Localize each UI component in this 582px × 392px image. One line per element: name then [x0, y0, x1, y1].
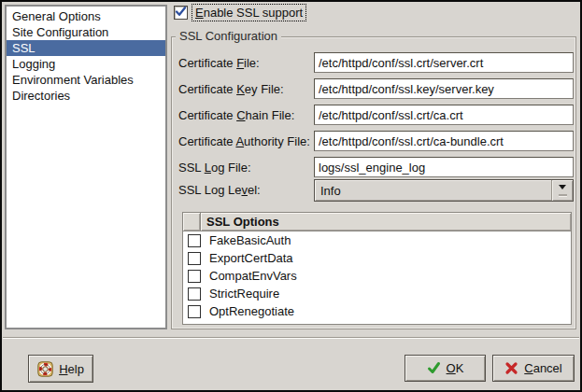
enable-ssl-row: Enable SSL support	[174, 4, 306, 21]
ssl-log-level-dropdown[interactable]: Info	[314, 179, 574, 202]
sidebar-item-general-options[interactable]: General Options	[7, 8, 165, 24]
ssl-log-level-value: Info	[315, 184, 551, 198]
ssl-configuration-frame: SSL Configuration Certificate File: Cert…	[171, 36, 576, 329]
help-button-label: Help	[59, 362, 84, 376]
chevron-down-icon	[559, 185, 566, 193]
certificate-authority-file-label: Certificate Authority File:	[178, 134, 310, 148]
enable-ssl-checkbox[interactable]	[174, 6, 188, 20]
sidebar-item-environment-variables[interactable]: Environment Variables	[7, 72, 165, 88]
certificate-key-file-input[interactable]	[314, 78, 574, 99]
ssl-log-file-input[interactable]	[314, 157, 574, 177]
ssl-log-level-label: SSL Log Level:	[178, 183, 261, 197]
row-checkbox[interactable]	[188, 234, 201, 247]
table-row[interactable]: OptRenegotiate	[183, 302, 571, 320]
enable-ssl-label[interactable]: Enable SSL support	[192, 4, 306, 21]
ssl-options-table: SSL Options FakeBasicAuth ExportCertData…	[182, 212, 572, 325]
table-row[interactable]: FakeBasicAuth	[183, 231, 571, 249]
sidebar-item-logging[interactable]: Logging	[7, 56, 165, 72]
certificate-chain-file-label: Certificate Chain File:	[178, 108, 294, 122]
dropdown-arrow-bar	[559, 194, 567, 197]
checkmark-icon	[175, 6, 187, 18]
row-checkbox[interactable]	[188, 287, 201, 301]
x-icon	[504, 361, 518, 375]
category-list: General Options Site Configuration SSL L…	[5, 5, 167, 329]
row-label: FakeBasicAuth	[209, 233, 291, 247]
sidebar-item-ssl[interactable]: SSL	[7, 40, 165, 56]
httpd-config-dialog: General Options Site Configuration SSL L…	[0, 0, 582, 392]
certificate-chain-file-input[interactable]	[314, 105, 574, 125]
help-button[interactable]: Help	[28, 355, 93, 383]
frame-title: SSL Configuration	[176, 29, 281, 44]
dropdown-arrow-button[interactable]	[551, 180, 573, 201]
checkbox-column-header[interactable]	[183, 213, 201, 231]
footer-separator	[3, 337, 579, 339]
table-row[interactable]: ExportCertData	[183, 249, 571, 267]
certificate-key-file-label: Certificate Key File:	[178, 82, 284, 96]
cancel-button[interactable]: Cancel	[492, 355, 575, 382]
row-label: CompatEnvVars	[209, 269, 297, 283]
ssl-options-column-header[interactable]: SSL Options	[201, 213, 571, 231]
life-buoy-icon	[37, 361, 53, 377]
certificate-file-label: Certificate File:	[178, 56, 260, 70]
row-label: StrictRequire	[209, 287, 279, 301]
check-icon	[427, 361, 441, 375]
certificate-file-input[interactable]	[314, 52, 574, 73]
ssl-log-file-label: SSL Log File:	[178, 161, 251, 175]
table-row[interactable]: CompatEnvVars	[183, 267, 571, 285]
certificate-authority-file-input[interactable]	[314, 131, 574, 151]
sidebar-item-site-configuration[interactable]: Site Configuration	[7, 24, 165, 40]
cancel-button-label: Cancel	[524, 361, 561, 375]
row-label: OptRenegotiate	[209, 304, 294, 318]
table-row[interactable]: StrictRequire	[183, 285, 571, 302]
ok-button-label: OK	[447, 361, 464, 375]
row-checkbox[interactable]	[188, 252, 201, 265]
table-header: SSL Options	[183, 213, 571, 231]
row-checkbox[interactable]	[188, 270, 201, 283]
ok-button[interactable]: OK	[405, 355, 486, 382]
sidebar-item-directories[interactable]: Directories	[7, 88, 165, 104]
row-checkbox[interactable]	[188, 305, 201, 318]
row-label: ExportCertData	[209, 251, 293, 265]
